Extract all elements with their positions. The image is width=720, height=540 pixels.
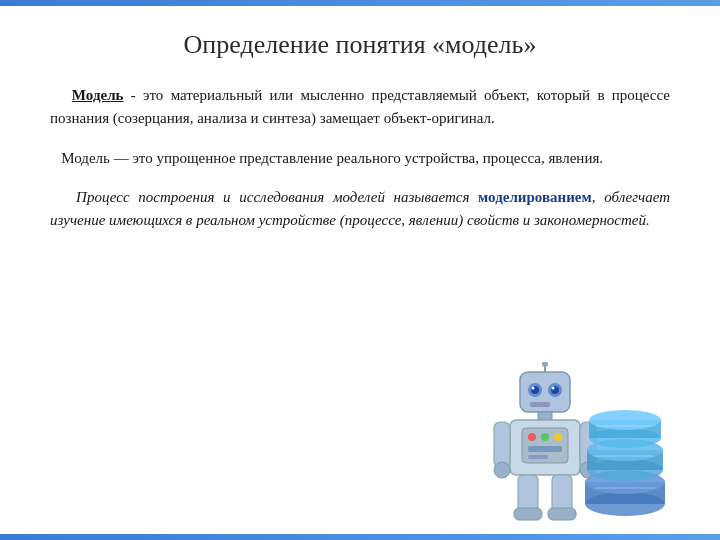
svg-rect-18 <box>494 422 510 467</box>
paragraph-2: Модель — это упрощенное представление ре… <box>50 147 670 170</box>
top-decorative-bar <box>0 0 720 6</box>
svg-point-5 <box>532 387 535 390</box>
paragraph-1: Модель - это материальный или мысленно п… <box>50 84 670 131</box>
modeling-term: моделированием <box>478 189 592 205</box>
slide-title: Определение понятия «модель» <box>50 30 670 60</box>
svg-rect-23 <box>514 508 542 520</box>
slide-page: Определение понятия «модель» Модель - эт… <box>0 0 720 540</box>
svg-rect-7 <box>530 402 550 407</box>
svg-point-34 <box>589 410 661 430</box>
svg-point-15 <box>554 433 562 441</box>
svg-rect-16 <box>528 446 562 452</box>
illustration-container <box>460 352 680 522</box>
svg-rect-25 <box>548 508 576 520</box>
svg-point-9 <box>542 362 548 367</box>
slide-content: Модель - это материальный или мысленно п… <box>50 84 670 232</box>
bottom-decorative-bar <box>0 534 720 540</box>
svg-rect-22 <box>518 475 538 513</box>
database-illustration <box>580 392 670 522</box>
svg-rect-10 <box>538 412 552 420</box>
paragraph-3: Процесс построения и исследования моделе… <box>50 186 670 233</box>
svg-point-19 <box>494 462 510 478</box>
paragraph-3-part1: Процесс построения и исследования моделе… <box>76 189 469 205</box>
svg-rect-17 <box>528 455 548 459</box>
svg-rect-24 <box>552 475 572 513</box>
model-term: Модель <box>72 87 124 103</box>
svg-point-14 <box>541 433 549 441</box>
svg-point-13 <box>528 433 536 441</box>
paragraph-1-text: - это материальный или мысленно представ… <box>50 87 670 126</box>
paragraph-2-text: Модель — это упрощенное представление ре… <box>61 150 603 166</box>
svg-point-6 <box>552 387 555 390</box>
